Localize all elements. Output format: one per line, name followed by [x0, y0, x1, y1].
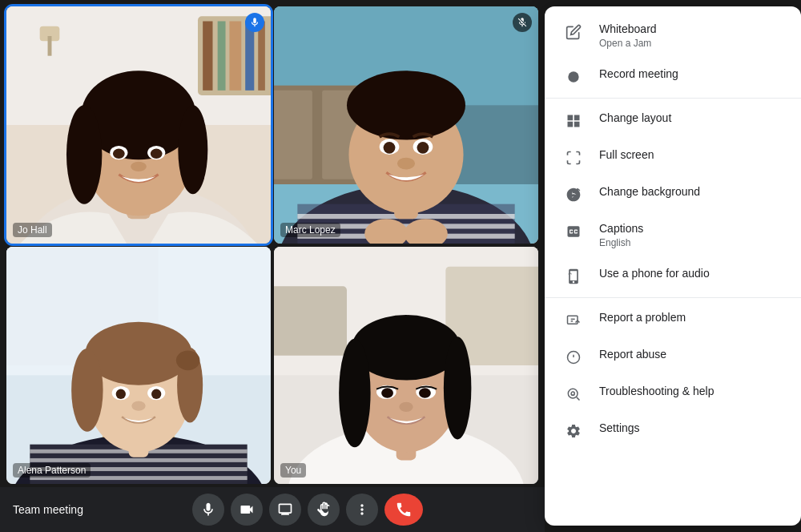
video-feed-2 — [274, 6, 538, 244]
whiteboard-sublabel: Open a Jam — [599, 37, 657, 50]
report-problem-text: Report a problem — [599, 309, 686, 325]
layout-text: Change layout — [599, 110, 671, 126]
muted-indicator-2 — [513, 13, 532, 32]
camera-button[interactable] — [231, 494, 263, 526]
context-menu: Whiteboard Open a Jam Record meeting — [545, 6, 801, 526]
fullscreen-icon — [564, 148, 583, 167]
svg-point-81 — [399, 402, 413, 412]
svg-point-62 — [116, 389, 126, 399]
meeting-window: Jo Hall — [0, 0, 801, 532]
svg-point-19 — [113, 149, 125, 159]
captions-icon — [564, 222, 583, 241]
svg-line-91 — [577, 397, 580, 401]
svg-point-82 — [568, 71, 578, 82]
svg-rect-26 — [274, 91, 312, 179]
video-tile-3: Alena Patterson — [6, 247, 271, 484]
svg-point-60 — [176, 351, 200, 371]
svg-point-41 — [397, 158, 415, 170]
participant-name-2: Marc Lopez — [280, 223, 340, 237]
video-feed-1 — [6, 6, 271, 244]
svg-point-76 — [444, 337, 472, 439]
troubleshooting-label: Troubleshooting & help — [599, 383, 714, 399]
whiteboard-text: Whiteboard Open a Jam — [599, 21, 657, 50]
svg-point-78 — [381, 388, 393, 397]
video-tile-1: Jo Hall — [6, 6, 271, 244]
control-bar: Team meeting — [0, 487, 545, 532]
menu-item-background[interactable]: Change background — [545, 175, 801, 212]
svg-rect-52 — [30, 458, 247, 462]
report-abuse-label: Report abuse — [599, 346, 666, 362]
record-icon — [564, 67, 583, 87]
video-panel: Jo Hall — [0, 0, 545, 532]
svg-rect-4 — [218, 22, 226, 91]
settings-icon — [564, 421, 583, 441]
menu-item-whiteboard[interactable]: Whiteboard Open a Jam — [545, 13, 801, 58]
svg-point-38 — [384, 142, 396, 154]
fullscreen-text: Full screen — [599, 147, 654, 163]
video-tile-2: Marc Lopez — [274, 6, 538, 244]
report-abuse-text: Report abuse — [599, 346, 666, 362]
phone-audio-text: Use a phone for audio — [599, 265, 710, 281]
menu-item-report-problem[interactable]: Report a problem — [545, 301, 801, 338]
menu-item-fullscreen[interactable]: Full screen — [545, 139, 801, 175]
video-grid: Jo Hall — [0, 0, 545, 487]
menu-item-captions[interactable]: Captions English — [545, 212, 801, 257]
microphone-button[interactable] — [192, 494, 224, 526]
layout-label: Change layout — [599, 110, 671, 126]
present-button[interactable] — [269, 494, 301, 526]
menu-divider-2 — [545, 297, 801, 298]
menu-item-layout[interactable]: Change layout — [545, 102, 801, 139]
svg-point-21 — [151, 149, 163, 159]
svg-point-80 — [419, 388, 431, 397]
background-text: Change background — [599, 183, 700, 200]
svg-point-75 — [339, 339, 370, 448]
participant-name-4: You — [280, 463, 306, 478]
svg-point-64 — [151, 389, 161, 399]
troubleshooting-icon — [564, 385, 583, 404]
svg-point-36 — [347, 71, 465, 139]
layout-icon — [564, 111, 583, 131]
fullscreen-label: Full screen — [599, 147, 654, 163]
svg-rect-5 — [229, 22, 241, 91]
captions-text: Captions English — [599, 220, 643, 249]
participant-name-3: Alena Patterson — [13, 463, 91, 478]
meeting-title: Team meeting — [13, 503, 83, 516]
whiteboard-label: Whiteboard — [599, 21, 657, 37]
menu-item-record[interactable]: Record meeting — [545, 58, 801, 95]
svg-rect-69 — [274, 286, 347, 355]
video-tile-4: You — [274, 247, 538, 484]
troubleshooting-text: Troubleshooting & help — [599, 383, 714, 399]
report-problem-icon — [564, 311, 583, 330]
svg-point-90 — [568, 389, 578, 398]
menu-item-phone-audio[interactable]: Use a phone for audio — [545, 257, 801, 294]
svg-point-83 — [572, 191, 574, 193]
menu-item-troubleshooting[interactable]: Troubleshooting & help — [545, 375, 801, 412]
pencil-icon — [564, 22, 583, 42]
svg-point-40 — [417, 142, 429, 154]
svg-rect-7 — [258, 22, 265, 91]
participant-name-1: Jo Hall — [13, 223, 52, 237]
svg-point-58 — [71, 349, 103, 432]
svg-point-92 — [571, 392, 574, 395]
menu-item-report-abuse[interactable]: Report abuse — [545, 338, 801, 375]
captions-sublabel: English — [599, 236, 643, 249]
svg-point-65 — [131, 401, 145, 410]
record-label: Record meeting — [599, 66, 678, 82]
video-feed-4 — [274, 247, 538, 484]
meeting-controls — [192, 494, 423, 526]
more-options-button[interactable] — [346, 494, 378, 526]
end-call-button[interactable] — [384, 494, 423, 526]
report-problem-label: Report a problem — [599, 309, 686, 325]
menu-item-settings[interactable]: Settings — [545, 412, 801, 449]
captions-label: Captions — [599, 220, 643, 236]
background-label: Change background — [599, 183, 700, 200]
svg-rect-11 — [48, 36, 52, 56]
svg-point-22 — [131, 162, 147, 171]
svg-point-16 — [66, 105, 102, 204]
raise-hand-button[interactable] — [308, 494, 340, 526]
menu-divider-1 — [545, 98, 801, 99]
svg-rect-3 — [203, 22, 212, 91]
active-speaker-indicator — [245, 13, 264, 32]
phone-audio-icon — [564, 267, 583, 286]
settings-label: Settings — [599, 420, 640, 436]
